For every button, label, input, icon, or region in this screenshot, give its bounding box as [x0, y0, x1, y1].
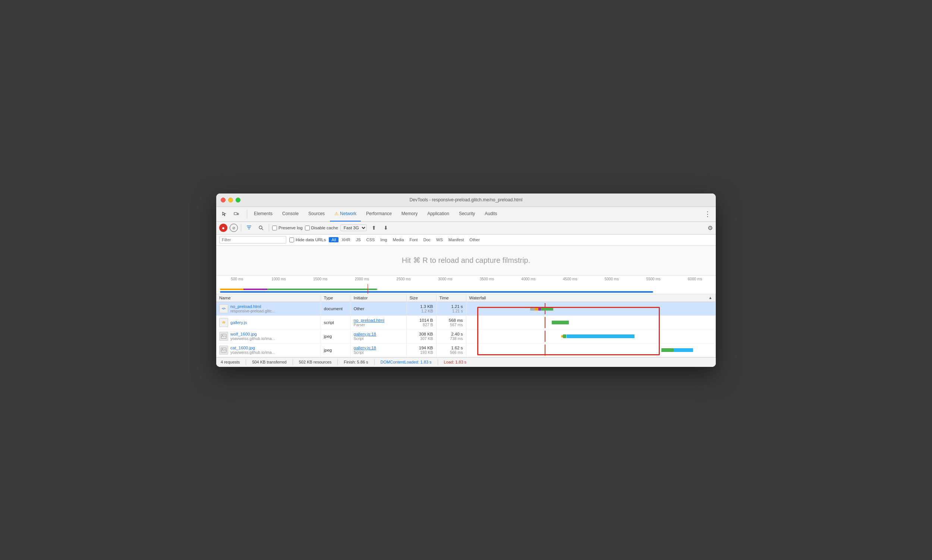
cell-type-0: document: [321, 302, 351, 315]
cell-size-3: 194 KB 193 KB: [406, 343, 436, 357]
file-icon-0: </>: [219, 304, 228, 313]
filter-type-media[interactable]: Media: [390, 237, 406, 242]
ruler-label-3: 2000 ms: [341, 277, 383, 281]
search-icon[interactable]: [256, 223, 266, 233]
status-divider-5: [438, 359, 438, 365]
status-bar: 4 requests 504 KB transferred 502 KB res…: [216, 357, 716, 367]
nav-icons: [219, 209, 241, 219]
timeline-bar-row1: [220, 289, 377, 290]
tab-network[interactable]: ⚠ Network: [330, 206, 361, 222]
filter-type-ws[interactable]: WS: [434, 237, 446, 242]
file-name-0: no_preload.html: [231, 304, 275, 309]
ruler-labels: 500 ms 1000 ms 1500 ms 2000 ms 2500 ms 3…: [216, 277, 716, 281]
table-row[interactable]: </> no_preload.html responsive-preload.g…: [216, 302, 716, 315]
devtools-window: DevTools - responsive-preload.glitch.me/…: [216, 194, 716, 367]
file-icon-1: JS: [219, 318, 228, 327]
tab-security[interactable]: Security: [454, 206, 480, 222]
file-name-2: wolf_1600.jpg: [231, 332, 275, 336]
col-initiator: Initiator: [351, 294, 406, 302]
hide-data-urls-checkbox[interactable]: [289, 237, 294, 242]
svg-point-2: [259, 226, 262, 229]
svg-rect-1: [237, 213, 238, 215]
record-button[interactable]: ●: [219, 224, 228, 232]
devtools-body: Elements Console Sources ⚠ Network Perfo…: [216, 207, 716, 367]
select-element-icon[interactable]: [219, 209, 230, 219]
cell-initiator-3: gallery.js:18 Script: [351, 343, 406, 357]
cell-size-2: 308 KB 307 KB: [406, 329, 436, 343]
status-finish: Finish: 5.86 s: [344, 360, 368, 364]
status-transferred: 504 KB transferred: [252, 360, 286, 364]
cell-time-3: 1.62 s 566 ms: [436, 343, 466, 357]
tab-console[interactable]: Console: [278, 206, 303, 222]
traffic-lights: [221, 198, 240, 202]
ruler-label-1: 1000 ms: [258, 277, 300, 281]
upload-icon[interactable]: ⬆: [369, 223, 379, 233]
col-waterfall: Waterfall ▲: [466, 294, 716, 302]
file-domain-3: yoavweiss.github.io/ima...: [231, 350, 275, 355]
preserve-log-checkbox[interactable]: [272, 226, 277, 231]
timeline-ruler: 500 ms 1000 ms 1500 ms 2000 ms 2500 ms 3…: [216, 275, 716, 294]
filter-type-all[interactable]: All: [329, 237, 338, 242]
network-table: Name Type Initiator Size Time: [216, 294, 716, 357]
col-type: Type: [321, 294, 351, 302]
cell-waterfall-3: [466, 343, 716, 357]
cell-waterfall-2: [466, 329, 716, 343]
cell-initiator-2: gallery.js:18 Script: [351, 329, 406, 343]
svg-line-3: [262, 229, 263, 230]
disable-cache-label[interactable]: Disable cache: [305, 226, 338, 231]
throttle-dropdown[interactable]: Fast 3G: [340, 225, 367, 231]
ruler-label-8: 4500 ms: [549, 277, 591, 281]
cell-type-3: jpeg: [321, 343, 351, 357]
cell-name-1: JS gallery.js: [216, 315, 321, 329]
sort-arrow[interactable]: ▲: [709, 295, 712, 300]
filter-type-img[interactable]: Img: [378, 237, 389, 242]
filmstrip-area: Hit ⌘ R to reload and capture filmstrip.: [216, 246, 716, 275]
ruler-label-9: 5000 ms: [591, 277, 633, 281]
settings-icon[interactable]: ⚙: [707, 225, 713, 232]
preserve-log-label[interactable]: Preserve log: [272, 226, 303, 231]
tab-performance[interactable]: Performance: [361, 206, 396, 222]
device-toggle-icon[interactable]: [231, 209, 241, 219]
tab-audits[interactable]: Audits: [480, 206, 501, 222]
cell-initiator-1: no_preload.html Parser: [351, 315, 406, 329]
filter-type-manifest[interactable]: Manifest: [446, 237, 467, 242]
filter-type-doc[interactable]: Doc: [420, 237, 433, 242]
filter-type-js[interactable]: JS: [354, 237, 363, 242]
col-name: Name: [216, 294, 321, 302]
filter-type-other[interactable]: Other: [467, 237, 482, 242]
maximize-button[interactable]: [235, 198, 240, 202]
download-icon[interactable]: ⬇: [381, 223, 391, 233]
tab-sources[interactable]: Sources: [304, 206, 329, 222]
filter-type-buttons: All XHR JS CSS Img Media Font Doc WS Man…: [329, 237, 482, 242]
ruler-label-7: 4000 ms: [508, 277, 549, 281]
hide-data-urls-label[interactable]: Hide data URLs: [289, 237, 326, 242]
filter-type-font[interactable]: Font: [407, 237, 420, 242]
status-requests: 4 requests: [221, 360, 240, 364]
minimize-button[interactable]: [228, 198, 233, 202]
filter-bar: Hide data URLs All XHR JS CSS Img Media …: [216, 234, 716, 246]
tab-elements[interactable]: Elements: [249, 206, 277, 222]
filter-input[interactable]: [219, 236, 286, 243]
table-row[interactable]: wolf_1600.jpg yoavweiss.github.io/ima...…: [216, 329, 716, 343]
warning-icon: ⚠: [334, 211, 338, 216]
nav-divider: [247, 209, 247, 218]
ruler-label-4: 2500 ms: [383, 277, 424, 281]
filter-type-xhr[interactable]: XHR: [339, 237, 353, 242]
stop-button[interactable]: ⊘: [230, 224, 238, 232]
file-name-3: cat_1600.jpg: [231, 346, 275, 350]
more-tabs-icon[interactable]: ⋮: [702, 209, 713, 219]
table-row[interactable]: JS gallery.js script no_preload.html Par…: [216, 315, 716, 329]
close-button[interactable]: [221, 198, 226, 202]
svg-rect-0: [234, 212, 237, 215]
filter-type-css[interactable]: CSS: [364, 237, 378, 242]
title-bar: DevTools - responsive-preload.glitch.me/…: [216, 194, 716, 207]
svg-point-5: [222, 334, 223, 335]
cell-waterfall-1: [466, 315, 716, 329]
tab-application[interactable]: Application: [423, 206, 454, 222]
status-resources: 502 KB resources: [299, 360, 331, 364]
status-divider-3: [337, 359, 338, 365]
table-row[interactable]: cat_1600.jpg yoavweiss.github.io/ima... …: [216, 343, 716, 357]
filter-icon[interactable]: [244, 223, 254, 233]
tab-memory[interactable]: Memory: [397, 206, 422, 222]
disable-cache-checkbox[interactable]: [305, 226, 310, 231]
